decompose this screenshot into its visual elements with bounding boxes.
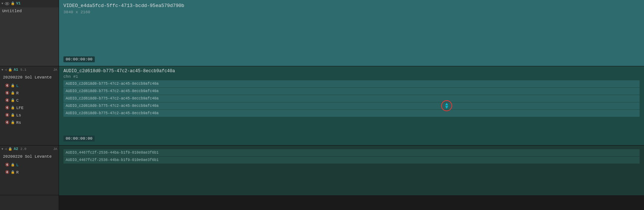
a1-Rs-mute-icon[interactable]: 🔇	[5, 120, 9, 125]
a2-content-area: 🔇 🔒 L 🔇 🔒 R	[0, 160, 59, 195]
audio2-subtrack-2: AUDIO_4467fc2f-2536-44ba-b1f9-010e0ae3f6…	[63, 157, 640, 164]
audio1-channel-label: chn #1	[63, 74, 640, 79]
audio1-timecode: 00:00:00:00	[63, 136, 95, 141]
video-resolution: 3840 x 2160	[63, 10, 640, 14]
a1-badge-ja: JA	[53, 68, 57, 72]
a1-header-top: ▼ ◁ 🔒 A1 5.1 JA	[0, 66, 59, 74]
a2-L-label: L	[16, 163, 19, 167]
audio1-subtrack-5: AUDIO_c2d618d0-b775-47c2-ac45-8eccb9afc4…	[63, 110, 640, 117]
a1-R-lock-icon[interactable]: 🔒	[11, 91, 15, 95]
a1-Rs-label: Rs	[16, 120, 21, 125]
a1-LFE-mute-icon[interactable]: 🔇	[5, 106, 9, 110]
audio1-subtrack-2: AUDIO_c2d618d0-b775-47c2-ac45-8eccb9afc4…	[63, 88, 640, 95]
a1-channel-Ls: 🔇 🔒 Ls	[2, 112, 56, 119]
a1-L-label: L	[16, 84, 19, 88]
audio1-sub-tracks: AUDIO_c2d618d0-b775-47c2-ac45-8eccb9afc4…	[63, 80, 640, 117]
video-timecode: 00:00:00:00	[63, 56, 95, 62]
a1-name-row: 20200220 Sol Levante	[0, 74, 59, 81]
a2-header-top: ▼ ◁ 🔒 A2 2.0 JA	[0, 146, 59, 153]
a1-R-label: R	[16, 91, 19, 95]
a2-R-mute-icon[interactable]: 🔇	[5, 170, 9, 174]
a2-R-lock-icon[interactable]: 🔒	[11, 170, 15, 174]
a2-channel-L: 🔇 🔒 L	[2, 162, 56, 168]
audio1-subtrack-4: AUDIO_c2d618d0-b775-47c2-ac45-8eccb9afc4…	[63, 102, 640, 109]
a1-Ls-lock-icon[interactable]: 🔒	[11, 113, 15, 117]
a1-Ls-mute-icon[interactable]: 🔇	[5, 113, 9, 117]
a1-Ls-label: Ls	[16, 113, 21, 118]
video-timeline-track: VIDEO_e4da5fcd-5ffc-4713-bcdd-95ea579d79…	[59, 0, 644, 66]
a2-badge: 2.0	[20, 147, 26, 151]
v1-visibility-icon[interactable]	[5, 2, 9, 5]
video-clip-title: VIDEO_e4da5fcd-5ffc-4713-bcdd-95ea579d79…	[63, 3, 640, 8]
track-header-v1: ▼ 🔒 V1 Untitled	[0, 0, 59, 66]
a2-L-mute-icon[interactable]: 🔇	[5, 163, 9, 167]
v1-content-area: Untitled	[0, 7, 59, 66]
audio2-sub-tracks: AUDIO_4467fc2f-2536-44ba-b1f9-010e0ae3f6…	[63, 149, 640, 164]
a2-badge-ja: JA	[53, 147, 57, 151]
audio1-subtrack-1: AUDIO_c2d618d0-b775-47c2-ac45-8eccb9afc4…	[63, 80, 640, 87]
audio1-timeline-track: AUDIO_c2d618d0-b775-47c2-ac45-8eccb9afc4…	[59, 66, 644, 146]
audio1-clip-title: AUDIO_c2d618d0-b775-47c2-ac45-8eccb9afc4…	[63, 69, 640, 74]
v1-lock-icon[interactable]: 🔒	[11, 1, 15, 6]
a1-C-label: C	[16, 98, 19, 103]
a2-R-label: R	[16, 170, 19, 175]
a1-badge: 5.1	[20, 68, 26, 72]
track-header-a2: ▼ ◁ 🔒 A2 2.0 JA 20200220 Sol Levante 🔇 🔒…	[0, 146, 59, 195]
a2-expand-chevron[interactable]: ▼	[1, 147, 3, 151]
a1-content-area: 🔇 🔒 L 🔇 🔒 R 🔇 🔒 C 🔇 🔒 LFE	[0, 81, 59, 145]
audio1-subtrack-3: AUDIO_c2d618d0-b775-47c2-ac45-8eccb9afc4…	[63, 95, 640, 102]
a2-lock-icon[interactable]: 🔒	[8, 147, 12, 151]
a1-channel-LFE: 🔇 🔒 LFE	[2, 105, 56, 111]
a1-track-id: A1	[14, 68, 18, 72]
a1-channel-Rs: 🔇 🔒 Rs	[2, 119, 56, 126]
a2-L-lock-icon[interactable]: 🔒	[11, 163, 15, 167]
a1-Rs-lock-icon[interactable]: 🔒	[11, 120, 15, 125]
a1-LFE-label: LFE	[16, 106, 24, 110]
left-panel: ▼ 🔒 V1 Untitled ▼ ◁ 🔒 A1 5.1 JA 20200220…	[0, 0, 59, 210]
a1-track-name: 20200220 Sol Levante	[3, 75, 52, 80]
audio2-subtrack-1: AUDIO_4467fc2f-2536-44ba-b1f9-010e0ae3f6…	[63, 149, 640, 156]
playhead-cursor	[441, 100, 452, 111]
a1-C-lock-icon[interactable]: 🔒	[11, 98, 15, 102]
cursor-arrow-up	[445, 103, 448, 105]
a1-expand-chevron[interactable]: ▼	[1, 68, 3, 71]
a1-L-lock-icon[interactable]: 🔒	[11, 84, 15, 88]
right-panel: VIDEO_e4da5fcd-5ffc-4713-bcdd-95ea579d79…	[59, 0, 644, 210]
a1-channel-R: 🔇 🔒 R	[2, 90, 56, 97]
a1-channel-C: 🔇 🔒 C	[2, 97, 56, 104]
a2-mute-icon[interactable]: ◁	[5, 147, 7, 151]
a2-name-row: 20200220 Sol Levante	[0, 153, 59, 160]
track-header-a1: ▼ ◁ 🔒 A1 5.1 JA 20200220 Sol Levante 🔇 🔒…	[0, 66, 59, 146]
v1-track-name: Untitled	[2, 9, 22, 13]
a1-channel-L: 🔇 🔒 L	[2, 83, 56, 89]
v1-header-top: ▼ 🔒 V1	[0, 0, 59, 7]
a1-C-mute-icon[interactable]: 🔇	[5, 98, 9, 102]
a1-lock-icon[interactable]: 🔒	[8, 68, 12, 72]
a2-track-id: A2	[14, 147, 18, 151]
a2-channel-R: 🔇 🔒 R	[2, 169, 56, 176]
cursor-arrow-down	[445, 106, 448, 109]
v1-expand-chevron[interactable]: ▼	[1, 2, 3, 5]
audio2-timeline-track: AUDIO_4467fc2f-2536-44ba-b1f9-010e0ae3f6…	[59, 146, 644, 195]
a1-LFE-lock-icon[interactable]: 🔒	[11, 106, 15, 110]
a2-track-name: 20200220 Sol Levante	[3, 154, 52, 159]
a1-L-mute-icon[interactable]: 🔇	[5, 84, 9, 88]
a1-R-mute-icon[interactable]: 🔇	[5, 91, 9, 95]
v1-track-id: V1	[16, 1, 21, 6]
a1-mute-icon[interactable]: ◁	[5, 68, 7, 72]
